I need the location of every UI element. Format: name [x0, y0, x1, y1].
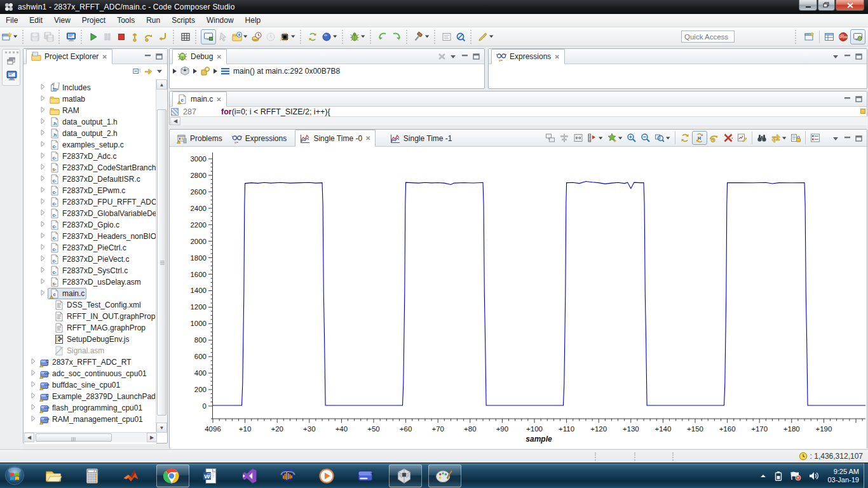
clock-coin-button[interactable]: [250, 29, 264, 44]
expander-icon[interactable]: [40, 198, 46, 207]
tree-item-f2837xd-epwm-c[interactable]: cF2837xD_EPwm.c: [24, 185, 156, 196]
code-editor[interactable]: 287 for (i=0; i < RFFT_SIZE/2; i++){: [170, 107, 857, 116]
tree-horizontal-scrollbar[interactable]: ◀ ▶: [24, 432, 157, 442]
tree-item-f2837xd-codestartbranch-as[interactable]: sF2837xD_CodeStartBranch.as: [24, 162, 156, 173]
garrow1-button[interactable]: [376, 29, 390, 44]
expander-icon[interactable]: [40, 243, 46, 252]
expander-icon[interactable]: [172, 68, 177, 74]
tab-single-time-1[interactable]: Single Time -1: [386, 130, 457, 147]
minimize-view-icon[interactable]: [142, 51, 153, 62]
expander-icon[interactable]: [31, 369, 36, 378]
view-menu-icon[interactable]: [830, 133, 841, 144]
ruler-red-button[interactable]: [585, 131, 605, 145]
editor-horizontal-scrollbar[interactable]: ◀: [170, 116, 867, 125]
expander-icon[interactable]: [40, 209, 46, 218]
clock-disabled-button[interactable]: [264, 29, 278, 44]
tab-expressions[interactable]: x= Expressions ✕: [491, 49, 565, 64]
expander-icon[interactable]: [31, 358, 36, 367]
minimize-view-icon[interactable]: [841, 94, 853, 104]
quick-access-input[interactable]: [681, 30, 735, 43]
close-icon[interactable]: ✕: [554, 53, 559, 60]
tree-item-signal-asm[interactable]: Signal.asm: [24, 345, 156, 356]
link-editor-icon[interactable]: [142, 66, 154, 76]
persp-debug-button[interactable]: [850, 29, 865, 44]
expander-icon[interactable]: [40, 118, 46, 126]
network-status-icon[interactable]: [790, 471, 801, 481]
center-view-button[interactable]: [557, 131, 571, 145]
expander-icon[interactable]: [31, 381, 36, 390]
tree-item-ram-management-cpu01[interactable]: ccsRAM_management_cpu01: [24, 414, 156, 425]
taskbar-audacity-icon[interactable]: [277, 465, 299, 487]
view-menu-icon[interactable]: [154, 66, 165, 76]
menu-project[interactable]: Project: [76, 15, 111, 26]
fit-window-button[interactable]: [571, 131, 585, 145]
expander-icon[interactable]: [40, 186, 46, 195]
tree-item-rfft-mag-graphprop[interactable]: RFFT_MAG.graphProp: [24, 322, 156, 334]
tree-item-f2837xd-defaultisr-c[interactable]: cF2837xD_DefaultISR.c: [24, 173, 156, 185]
remove-red-button[interactable]: [721, 131, 735, 145]
refresh-gold-button[interactable]: [678, 131, 692, 145]
legend-list-button[interactable]: [808, 131, 822, 145]
expander-icon[interactable]: [40, 220, 46, 229]
menu-edit[interactable]: Edit: [24, 15, 48, 26]
refresh-green-button[interactable]: [306, 29, 320, 44]
tab-problems[interactable]: Problems: [172, 130, 227, 147]
stop-red-button[interactable]: [114, 29, 128, 44]
expander-icon[interactable]: [40, 140, 46, 149]
save-button[interactable]: [28, 29, 42, 44]
grid-table-button[interactable]: [179, 29, 193, 44]
expander-icon[interactable]: [193, 68, 198, 74]
tree-item-main-c[interactable]: cmain.c: [24, 288, 156, 299]
link-windows-button[interactable]: [543, 131, 557, 145]
scrollbar-thumb[interactable]: [157, 109, 166, 416]
pause-gray-button[interactable]: [100, 29, 114, 44]
taskbar-media-player-icon[interactable]: [316, 465, 337, 487]
tree-item-includes[interactable]: hIncludes: [24, 82, 156, 93]
expander-icon[interactable]: [40, 278, 46, 287]
tree-item-data-output-1-h[interactable]: .hdata_output_1.h: [24, 116, 156, 128]
maximize-view-icon[interactable]: [470, 51, 482, 62]
tree-item-f2837xd-headers-nonbios-c[interactable]: cF2837xD_Headers_nonBIOS_c: [24, 231, 156, 242]
close-icon[interactable]: ✕: [102, 53, 107, 60]
binoculars-button[interactable]: [755, 131, 769, 145]
expander-icon[interactable]: [40, 232, 46, 241]
debug-monitor-button[interactable]: [201, 29, 216, 44]
minimize-view-icon[interactable]: [459, 51, 470, 62]
console-box-button[interactable]: [440, 29, 454, 44]
restore-button[interactable]: [818, 0, 835, 11]
zoom-box-button[interactable]: [653, 131, 672, 145]
expander-icon[interactable]: [40, 83, 46, 92]
save-all-button[interactable]: [42, 29, 56, 44]
expander-icon[interactable]: [31, 403, 36, 412]
taskbar-ccs-cube-icon[interactable]: [393, 465, 415, 487]
tree-item-f2837xd-adc-c[interactable]: cF2837xD_Adc.c: [24, 151, 156, 162]
menu-scripts[interactable]: Scripts: [166, 15, 201, 26]
expander-icon[interactable]: [40, 129, 46, 138]
taskbar-matlab-icon[interactable]: [120, 465, 142, 487]
hammer-button[interactable]: [412, 29, 431, 44]
expander-icon[interactable]: [31, 415, 36, 424]
tab-main-c[interactable]: c main.c ✕: [172, 92, 227, 107]
taskbar-chrome-icon[interactable]: [161, 465, 182, 487]
sphere-red-button[interactable]: Simple: [836, 29, 850, 44]
close-button[interactable]: [836, 0, 864, 11]
tree-item-f2837xd-globalvariabledefs-[interactable]: cF2837xD_GlobalVariableDefs.: [24, 208, 156, 219]
tree-item-example-28379d-launchpad[interactable]: CExample_28379D_LaunchPad: [24, 391, 156, 402]
tree-item-f2837xd-usdelay-asm[interactable]: sF2837xD_usDelay.asm: [24, 276, 156, 288]
close-icon[interactable]: ✕: [216, 96, 221, 103]
minimize-view-icon[interactable]: [841, 133, 853, 144]
taskbar-calculator-icon[interactable]: 0: [81, 465, 103, 487]
tree-item-f2837xd-piectrl-c[interactable]: cF2837xD_PieCtrl.c: [24, 242, 156, 254]
scroll-right-icon[interactable]: ▶: [147, 433, 157, 442]
tab-expressions[interactable]: x=Expressions: [227, 130, 291, 147]
remove-all-icon[interactable]: [436, 51, 447, 62]
scroll-up-icon[interactable]: ▲: [156, 79, 167, 90]
restore-panes-icon[interactable]: [6, 56, 17, 69]
expander-icon[interactable]: [213, 68, 218, 74]
console-monitor-icon[interactable]: [6, 70, 17, 83]
tree-item-flash-programming-cpu01[interactable]: ccsflash_programming_cpu01: [24, 402, 156, 414]
sphere-blue-button[interactable]: [320, 29, 339, 44]
view-menu-icon[interactable]: [447, 51, 459, 62]
maximize-view-icon[interactable]: [853, 51, 864, 62]
taskbar-paint-icon[interactable]: [433, 465, 454, 487]
